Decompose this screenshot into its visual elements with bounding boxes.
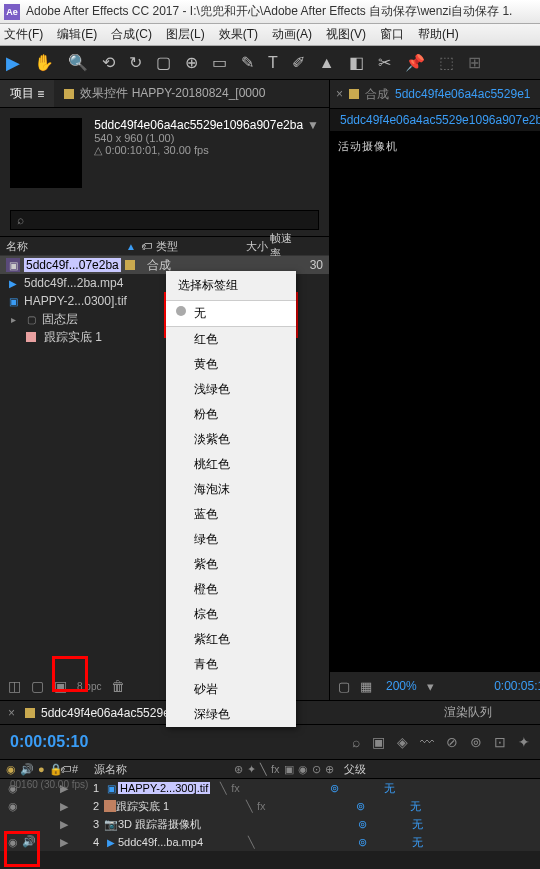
eraser-tool-icon[interactable]: ◧: [349, 53, 364, 72]
frame-blend-icon[interactable]: ⊘: [446, 734, 458, 750]
parent-pickwhip-icon[interactable]: ⊚: [330, 782, 380, 795]
parent-pickwhip-icon[interactable]: ⊚: [358, 818, 408, 831]
selection-tool-icon[interactable]: ▶: [6, 52, 20, 74]
visibility-icon[interactable]: [6, 817, 20, 831]
disclosure-icon[interactable]: ▶: [60, 836, 74, 849]
shy-icon[interactable]: ⊛: [234, 763, 243, 776]
project-search[interactable]: ⌕: [10, 210, 319, 230]
menu-edit[interactable]: 编辑(E): [57, 26, 97, 43]
new-comp-icon[interactable]: ▣: [54, 678, 67, 694]
puppet-tool-icon[interactable]: 📌: [405, 53, 425, 72]
disclosure-icon[interactable]: ▶: [60, 800, 74, 813]
col-type[interactable]: 类型: [156, 239, 226, 254]
close-tab-icon[interactable]: ×: [336, 87, 343, 101]
ctx-item-blue[interactable]: 蓝色: [166, 502, 296, 527]
trash-icon[interactable]: 🗑: [111, 678, 125, 694]
anchor-tool-icon[interactable]: ⊕: [185, 53, 198, 72]
ctx-item-pink[interactable]: 粉色: [166, 402, 296, 427]
grid-icon[interactable]: ⊞: [468, 53, 481, 72]
audio-icon[interactable]: 🔊: [22, 835, 36, 849]
menu-help[interactable]: 帮助(H): [418, 26, 459, 43]
col-tag[interactable]: 🏷: [138, 240, 154, 252]
ctx-item-brown[interactable]: 棕色: [166, 602, 296, 627]
close-tab-icon[interactable]: ×: [8, 706, 15, 720]
ctx-item-green[interactable]: 绿色: [166, 527, 296, 552]
label-col-icon[interactable]: 🏷: [60, 763, 71, 775]
shape-tool-icon[interactable]: ▭: [212, 53, 227, 72]
hand-tool-icon[interactable]: ✋: [34, 53, 54, 72]
graph-icon[interactable]: ⊡: [494, 734, 506, 750]
brush-tool-icon[interactable]: ✐: [292, 53, 305, 72]
ctx-item-fuchsia[interactable]: 紫红色: [166, 627, 296, 652]
dropdown-icon[interactable]: ▾: [427, 679, 434, 694]
viewer[interactable]: 活动摄像机: [330, 131, 540, 672]
search-icon[interactable]: ⌕: [352, 734, 360, 750]
parent-pickwhip-icon[interactable]: ⊚: [356, 800, 406, 813]
menu-layer[interactable]: 图层(L): [166, 26, 205, 43]
layer-row[interactable]: ◉ ▶ 2 跟踪实底 1 ╲fx ⊚ 无: [0, 797, 540, 815]
roto-tool-icon[interactable]: ✂: [378, 53, 391, 72]
visibility-icon[interactable]: ◉: [6, 835, 20, 849]
menu-window[interactable]: 窗口: [380, 26, 404, 43]
layer-name[interactable]: 5ddc49f...ba.mp4: [118, 836, 248, 848]
current-time[interactable]: 0:00:05:1: [494, 679, 540, 693]
parent-col[interactable]: 父级: [344, 762, 384, 777]
hide-shy-icon[interactable]: 〰: [420, 734, 434, 750]
parent-dropdown[interactable]: 无: [412, 835, 423, 850]
ctx-item-lightgreen[interactable]: 浅绿色: [166, 377, 296, 402]
channel-icon[interactable]: ▦: [360, 679, 372, 694]
interpret-icon[interactable]: ◫: [8, 678, 21, 694]
parent-dropdown[interactable]: 无: [412, 817, 423, 832]
label-context-menu[interactable]: 选择标签组 无 红色 黄色 浅绿色 粉色 淡紫色 桃红色 海泡沫 蓝色 绿色 紫…: [166, 271, 296, 727]
disclosure-icon[interactable]: ▸: [6, 312, 20, 326]
rotate-tool-icon[interactable]: ↻: [129, 53, 142, 72]
zoom-tool-icon[interactable]: 🔍: [68, 53, 88, 72]
zoom-level[interactable]: 200%: [386, 679, 417, 693]
source-name-col[interactable]: 源名称: [94, 762, 234, 777]
effect-controls-tab[interactable]: 效果控件 HAPPY-20180824_[0000: [54, 80, 329, 107]
project-tab[interactable]: 项目 ≡: [0, 80, 54, 107]
color-depth[interactable]: 8 bpc: [77, 681, 101, 692]
pen-tool-icon[interactable]: ✎: [241, 53, 254, 72]
menu-view[interactable]: 视图(V): [326, 26, 366, 43]
layer-name[interactable]: 3D 跟踪器摄像机: [118, 817, 248, 832]
disclosure-icon[interactable]: ▶: [60, 818, 74, 831]
ctx-item-purple[interactable]: 紫色: [166, 552, 296, 577]
parent-dropdown[interactable]: 无: [410, 799, 421, 814]
menu-comp[interactable]: 合成(C): [111, 26, 152, 43]
comp-mini-icon[interactable]: ▣: [372, 734, 385, 750]
motion-blur-icon[interactable]: ⊚: [470, 734, 482, 750]
timecode[interactable]: 0:00:05:10: [10, 733, 88, 751]
layer-name[interactable]: 跟踪实底 1: [116, 799, 246, 814]
parent-dropdown[interactable]: 无: [384, 781, 395, 796]
stamp-tool-icon[interactable]: ▲: [319, 54, 335, 72]
ctx-item-yellow[interactable]: 黄色: [166, 352, 296, 377]
resolution-icon[interactable]: ▢: [338, 679, 350, 694]
ctx-item-darkgreen[interactable]: 深绿色: [166, 702, 296, 727]
camera-tool-icon[interactable]: ▢: [156, 53, 171, 72]
layer-name[interactable]: HAPPY-2...300].tif: [118, 782, 210, 794]
layer-row[interactable]: ▶ 3 📷 3D 跟踪器摄像机 ⊚ 无: [0, 815, 540, 833]
speaker-col-icon[interactable]: 🔊: [20, 763, 34, 776]
sort-icon[interactable]: ▲: [126, 241, 136, 252]
orbit-tool-icon[interactable]: ⟲: [102, 53, 115, 72]
col-name[interactable]: 名称: [6, 239, 28, 254]
solo-col-icon[interactable]: ●: [38, 763, 45, 775]
parent-pickwhip-icon[interactable]: ⊚: [358, 836, 408, 849]
text-tool-icon[interactable]: T: [268, 54, 278, 72]
folder-new-icon[interactable]: ▢: [31, 678, 44, 694]
brainstorm-icon[interactable]: ✦: [518, 734, 530, 750]
render-queue-tab[interactable]: 渲染队列: [444, 704, 492, 721]
ctx-item-peach[interactable]: 桃红色: [166, 452, 296, 477]
eye-col-icon[interactable]: ◉: [6, 763, 16, 776]
ctx-item-orange[interactable]: 橙色: [166, 577, 296, 602]
draft3d-icon[interactable]: ◈: [397, 734, 408, 750]
menu-file[interactable]: 文件(F): [4, 26, 43, 43]
ctx-item-cyan[interactable]: 青色: [166, 652, 296, 677]
ctx-item-seafoam[interactable]: 海泡沫: [166, 477, 296, 502]
menu-anim[interactable]: 动画(A): [272, 26, 312, 43]
menu-effect[interactable]: 效果(T): [219, 26, 258, 43]
ctx-item-none[interactable]: 无: [166, 301, 296, 326]
item-caret-icon[interactable]: ▼: [307, 118, 319, 132]
visibility-icon[interactable]: ◉: [6, 799, 20, 813]
